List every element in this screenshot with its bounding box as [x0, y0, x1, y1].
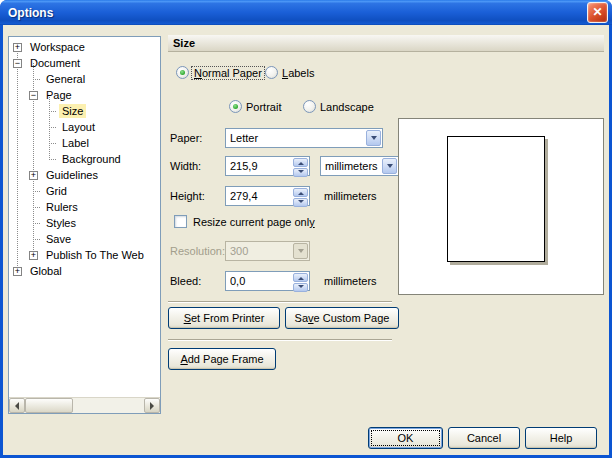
- arrow-up-icon: [298, 274, 304, 280]
- tree-item-document[interactable]: − Document: [9, 55, 160, 71]
- tree-connector: [49, 143, 56, 144]
- scroll-left-button[interactable]: [9, 398, 25, 413]
- height-input[interactable]: [226, 187, 292, 205]
- tree-connector: [49, 159, 56, 160]
- expand-icon[interactable]: +: [29, 171, 38, 180]
- expand-icon[interactable]: +: [13, 267, 22, 276]
- tree-item-background[interactable]: Background: [9, 151, 160, 167]
- normal-paper-radio[interactable]: [176, 66, 189, 79]
- landscape-radio[interactable]: [303, 100, 316, 113]
- width-spinner-up-button[interactable]: [293, 158, 308, 167]
- arrow-down-icon: [298, 285, 304, 291]
- tree-connector: [49, 127, 56, 128]
- ok-button[interactable]: OK: [368, 427, 443, 449]
- resolution-dropdown-button: [293, 243, 308, 259]
- resolution-label: Resolution:: [170, 245, 225, 257]
- tree-item-label: Background: [59, 152, 124, 166]
- options-dialog: Options ✕ + Workspace − Document: [0, 0, 612, 458]
- tree-item-size[interactable]: Size: [9, 103, 160, 119]
- width-units-dropdown-button[interactable]: [382, 158, 397, 174]
- width-input[interactable]: [226, 157, 292, 175]
- tree-item-global[interactable]: + Global: [9, 263, 160, 279]
- tree-rows: + Workspace − Document General − Page: [9, 37, 160, 397]
- tree-connector: [33, 239, 40, 240]
- height-units-label: millimeters: [324, 190, 377, 202]
- tree-item-label: Styles: [43, 216, 79, 230]
- size-panel: Size Normal Paper Labels Portrait Landsc…: [168, 35, 604, 427]
- resize-current-page-checkbox[interactable]: [174, 215, 187, 228]
- width-spinner-buttons: [293, 158, 308, 174]
- bleed-units-label: millimeters: [324, 275, 377, 287]
- width-units-select[interactable]: millimeters: [320, 156, 399, 176]
- tree-item-label: General: [43, 72, 88, 86]
- tree-item-save[interactable]: Save: [9, 231, 160, 247]
- normal-paper-label[interactable]: Normal Paper: [192, 67, 264, 79]
- save-custom-page-button[interactable]: Save Custom Page: [285, 307, 399, 329]
- tree-item-guidelines[interactable]: + Guidelines: [9, 167, 160, 183]
- tree-item-label: Label: [59, 136, 92, 150]
- bleed-label: Bleed:: [170, 275, 201, 287]
- expand-icon[interactable]: +: [29, 251, 38, 260]
- cancel-button[interactable]: Cancel: [448, 427, 520, 449]
- dialog-body: + Workspace − Document General − Page: [3, 25, 609, 455]
- tree-item-styles[interactable]: Styles: [9, 215, 160, 231]
- width-spinner-down-button[interactable]: [293, 168, 308, 177]
- resize-current-page-label[interactable]: Resize current page only: [193, 216, 315, 228]
- tree-connector: [49, 111, 56, 112]
- portrait-radio[interactable]: [229, 100, 242, 113]
- resolution-value: 300: [226, 242, 292, 260]
- tree-item-grid[interactable]: Grid: [9, 183, 160, 199]
- arrow-down-icon: [298, 170, 304, 176]
- help-button[interactable]: Help: [525, 427, 597, 449]
- bleed-spinner-up-button[interactable]: [293, 273, 308, 282]
- tree-item-label[interactable]: Label: [9, 135, 160, 151]
- tree-item-publish-to-the-web[interactable]: + Publish To The Web: [9, 247, 160, 263]
- tree-item-workspace[interactable]: + Workspace: [9, 39, 160, 55]
- resolution-select: 300: [225, 241, 310, 261]
- bleed-spinner: [225, 271, 310, 291]
- expand-icon[interactable]: +: [13, 43, 22, 52]
- tree-item-page[interactable]: − Page: [9, 87, 160, 103]
- chevron-down-icon: [387, 164, 393, 171]
- height-label: Height:: [170, 190, 205, 202]
- height-spinner-buttons: [293, 188, 308, 204]
- collapse-icon[interactable]: −: [13, 59, 22, 68]
- height-spinner: [225, 186, 310, 206]
- bleed-input[interactable]: [226, 272, 292, 290]
- paper-select-dropdown-button[interactable]: [366, 130, 381, 146]
- tree-horizontal-scrollbar[interactable]: [9, 397, 160, 413]
- height-spinner-down-button[interactable]: [293, 198, 308, 207]
- options-tree: + Workspace − Document General − Page: [8, 36, 161, 414]
- paper-select[interactable]: Letter: [225, 128, 383, 148]
- tree-item-label: Rulers: [43, 200, 81, 214]
- add-page-frame-button[interactable]: Add Page Frame: [168, 348, 276, 370]
- labels-radio[interactable]: [265, 66, 278, 79]
- width-units-value: millimeters: [321, 157, 381, 175]
- bleed-spinner-buttons: [293, 273, 308, 289]
- titlebar[interactable]: Options ✕: [0, 0, 612, 25]
- tree-item-label: Grid: [43, 184, 70, 198]
- tree-item-rulers[interactable]: Rulers: [9, 199, 160, 215]
- set-from-printer-button[interactable]: Set From Printer: [168, 307, 280, 329]
- chevron-down-icon: [298, 249, 304, 256]
- window-title: Options: [8, 6, 53, 20]
- collapse-icon[interactable]: −: [29, 91, 38, 100]
- height-spinner-up-button[interactable]: [293, 188, 308, 197]
- tree-item-label: Page: [43, 88, 75, 102]
- close-button[interactable]: ✕: [587, 2, 608, 23]
- bleed-spinner-down-button[interactable]: [293, 283, 308, 292]
- panel-title: Size: [173, 37, 195, 49]
- tree-item-layout[interactable]: Layout: [9, 119, 160, 135]
- tree-item-general[interactable]: General: [9, 71, 160, 87]
- scroll-right-button[interactable]: [144, 398, 160, 413]
- landscape-label[interactable]: Landscape: [320, 101, 374, 113]
- tree-item-label: Publish To The Web: [43, 248, 147, 262]
- scrollbar-thumb[interactable]: [25, 398, 73, 413]
- labels-label[interactable]: Labels: [282, 67, 314, 79]
- chevron-down-icon: [371, 136, 377, 143]
- tree-connector: [33, 207, 40, 208]
- portrait-label[interactable]: Portrait: [246, 101, 281, 113]
- arrow-up-icon: [298, 189, 304, 195]
- divider: [168, 339, 392, 341]
- tree-connector: [33, 191, 40, 192]
